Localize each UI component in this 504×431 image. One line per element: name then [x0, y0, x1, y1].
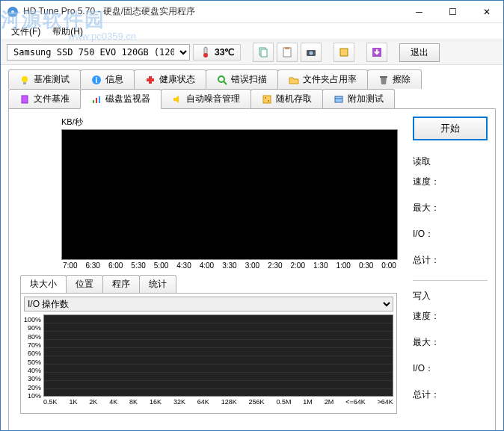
menu-help[interactable]: 帮助(H) [46, 24, 89, 40]
read-section-title: 读取 [413, 155, 488, 168]
ytick: 30% [24, 375, 41, 382]
toolbar: Samsung SSD 750 EVO 120GB (120 gB) 33℃ 退… [1, 40, 503, 65]
subtab-stats[interactable]: 统计 [139, 275, 176, 293]
bulb-icon [19, 75, 30, 85]
io-metric-select[interactable]: I/O 操作数 [24, 297, 393, 311]
svg-point-1 [11, 10, 14, 13]
ytick: 40% [24, 367, 41, 374]
subtab-blocksize[interactable]: 块大小 [20, 275, 67, 293]
xtick: 1K [69, 398, 77, 406]
tab-disk-monitor[interactable]: 磁盘监视器 [80, 89, 162, 109]
xtick: 3:30 [222, 261, 236, 270]
xtick: 0.5K [43, 398, 58, 406]
drive-select[interactable]: Samsung SSD 750 EVO 120GB (120 gB) [7, 44, 190, 61]
xtick: 2:00 [291, 261, 305, 270]
xtick: 8K [129, 398, 138, 406]
xtick: 0:00 [381, 261, 396, 270]
random-icon [262, 94, 272, 105]
tab-label: 擦除 [393, 73, 411, 86]
tab-benchmark[interactable]: 基准测试 [8, 69, 81, 89]
tab-random-access[interactable]: 随机存取 [251, 89, 323, 108]
tab-label: 磁盘监视器 [105, 93, 150, 105]
tab-error-scan[interactable]: 错误扫描 [206, 69, 278, 89]
xtick: 0:30 [359, 261, 373, 270]
ytick: 90% [24, 324, 41, 332]
xtick: 1M [303, 398, 313, 406]
temperature-value: 33℃ [215, 47, 234, 58]
xtick: 64K [197, 398, 209, 406]
svg-text:i: i [96, 76, 98, 84]
svg-point-9 [310, 52, 313, 55]
read-io-label: I/O： [413, 228, 488, 241]
xtick: 5:30 [131, 261, 145, 270]
copy-screenshot-button[interactable] [277, 43, 298, 62]
file-icon [19, 94, 30, 105]
titlebar: HD Tune Pro 5.70 - 硬盘/固态硬盘实用程序 ─ ☐ ✕ [1, 1, 503, 23]
start-button[interactable]: 开始 [413, 117, 488, 140]
write-io-label: I/O： [413, 362, 488, 375]
xtick: 128K [221, 398, 237, 406]
svg-rect-20 [380, 76, 387, 78]
ytick: 70% [24, 341, 41, 349]
tab-label: 自动噪音管理 [186, 93, 240, 105]
tab-extra-tests[interactable]: 附加测试 [322, 89, 395, 108]
close-button[interactable]: ✕ [470, 1, 503, 22]
tab-label: 附加测试 [348, 93, 384, 105]
svg-point-18 [218, 76, 224, 82]
tab-label: 信息 [105, 73, 123, 86]
tab-health[interactable]: 健康状态 [134, 69, 206, 89]
subtab-position[interactable]: 位置 [66, 275, 103, 293]
minimize-button[interactable]: ─ [402, 1, 436, 22]
tab-label: 基准测试 [34, 73, 70, 86]
svg-rect-25 [263, 96, 271, 103]
tabs-row-2: 文件基准 磁盘监视器 自动噪音管理 随机存取 附加测试 [8, 89, 496, 108]
xtick: 4:00 [200, 261, 214, 270]
menu-file[interactable]: 文件(F) [5, 24, 46, 40]
monitor-icon [91, 94, 102, 105]
xtick: 16K [150, 398, 162, 406]
write-total-label: 总计： [413, 388, 488, 401]
tab-label: 随机存取 [276, 93, 312, 105]
write-max-label: 最大： [413, 336, 488, 349]
trash-icon [378, 75, 389, 85]
exit-button[interactable]: 退出 [399, 43, 440, 62]
maximize-button[interactable]: ☐ [436, 1, 470, 22]
tab-aam[interactable]: 自动噪音管理 [161, 89, 251, 108]
health-icon [145, 75, 156, 85]
save-button[interactable] [366, 43, 387, 62]
info-icon: i [91, 75, 102, 85]
thermometer-icon [200, 46, 212, 58]
xtick: 0.5M [276, 398, 291, 406]
options-button[interactable] [334, 43, 354, 62]
copy-info-button[interactable] [253, 43, 274, 62]
temperature-display: 33℃ [193, 44, 241, 61]
chart-xaxis: 7:00 6:30 6:00 5:30 5:00 4:30 4:00 3:30 … [61, 261, 398, 270]
save-icon [371, 46, 383, 58]
side-panel: 开始 读取 速度： 最大： I/O： 总计： 写入 速度： 最大： I/O： 总… [413, 117, 488, 415]
xtick: 4:30 [176, 261, 191, 270]
tab-folder-usage[interactable]: 文件夹占用率 [277, 69, 368, 89]
xtick: 32K [173, 398, 185, 406]
tab-label: 文件夹占用率 [303, 73, 357, 86]
chart-ylabel: KB/秒 [61, 117, 398, 128]
xtick: 6:30 [85, 261, 99, 270]
tab-panel: KB/秒 7:00 6:30 6:00 5:30 5:00 4:30 4:00 … [8, 108, 496, 431]
camera-icon [305, 46, 317, 58]
xtick: 7:00 [63, 261, 77, 270]
xtick: 1:30 [313, 261, 328, 270]
tab-erase[interactable]: 擦除 [367, 69, 422, 89]
xtick: 6:00 [108, 261, 123, 270]
xtick: 4K [109, 398, 117, 406]
svg-rect-22 [93, 100, 94, 103]
subtab-program[interactable]: 程序 [102, 275, 140, 293]
subtabs-container: 块大小 位置 程序 统计 I/O 操作数 100% 90% 80% 70% 60… [20, 275, 397, 414]
screenshot-button[interactable] [301, 43, 322, 62]
xtick: >64K [378, 398, 393, 406]
tabs-row-1: 基准测试 i信息 健康状态 错误扫描 文件夹占用率 擦除 [8, 69, 496, 89]
tab-file-benchmark[interactable]: 文件基准 [8, 89, 81, 108]
xtick: 2:30 [268, 261, 282, 270]
xtick: 5:00 [154, 261, 168, 270]
tab-label: 健康状态 [159, 73, 195, 86]
tab-info[interactable]: i信息 [80, 69, 135, 89]
xtick: 2K [89, 398, 97, 406]
